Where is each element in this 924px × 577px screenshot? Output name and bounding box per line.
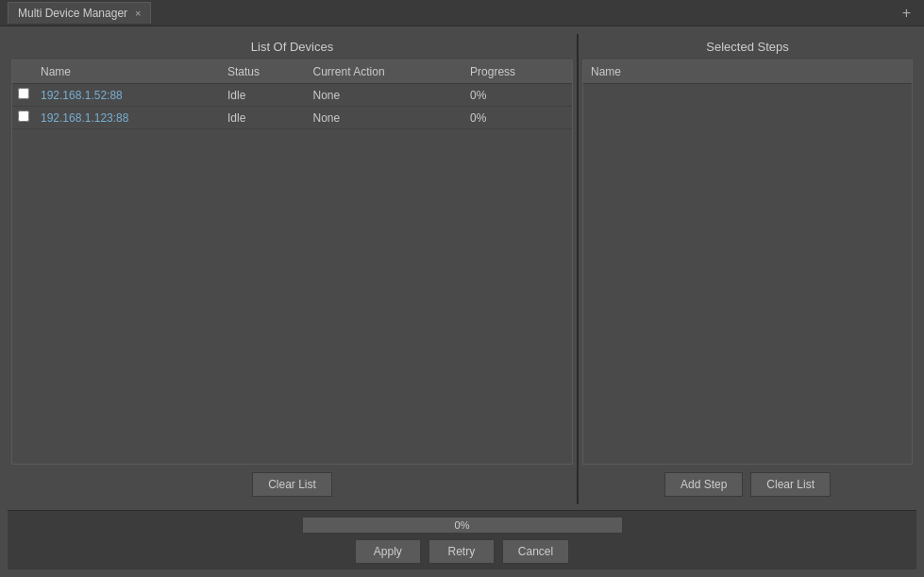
col-name: Name (33, 60, 220, 84)
devices-table-header: Name Status Current Action Progress (12, 60, 572, 84)
main-tab[interactable]: Multi Device Manager × (8, 2, 151, 24)
device-action: None (306, 107, 463, 129)
device-progress: 0% (462, 107, 572, 129)
steps-table-container[interactable]: Name (582, 59, 913, 465)
progress-row: 0% (15, 517, 909, 534)
bottom-bar: 0% Apply Retry Cancel (8, 510, 916, 569)
col-checkbox (12, 60, 33, 84)
retry-button[interactable]: Retry (428, 539, 495, 564)
tab-title: Multi Device Manager (18, 7, 127, 20)
device-checkbox[interactable] (18, 88, 29, 99)
left-panel-title: List Of Devices (8, 34, 577, 59)
device-name: 192.168.1.123:88 (33, 107, 220, 129)
close-tab-icon[interactable]: × (135, 8, 141, 19)
right-panel: Selected Steps Name Add Step Clea (579, 34, 916, 504)
device-status: Idle (220, 84, 306, 107)
clear-list-button-left[interactable]: Clear List (252, 472, 332, 497)
device-checkbox[interactable] (18, 110, 29, 122)
left-panel: List Of Devices Name Status Current Acti… (8, 34, 579, 504)
right-panel-bottom: Add Step Clear List (579, 465, 916, 504)
devices-table-container[interactable]: Name Status Current Action Progress 192.… (11, 59, 573, 465)
device-checkbox-cell[interactable] (12, 84, 33, 107)
device-progress: 0% (462, 84, 572, 107)
col-step-name: Name (583, 60, 912, 84)
devices-table: Name Status Current Action Progress 192.… (12, 60, 572, 129)
cancel-button[interactable]: Cancel (502, 539, 569, 564)
main-window: Multi Device Manager × + List Of Devices… (0, 0, 924, 577)
title-bar: Multi Device Manager × + (0, 0, 924, 26)
add-step-button[interactable]: Add Step (664, 472, 743, 497)
progress-bar-container: 0% (302, 517, 623, 534)
clear-list-button-right[interactable]: Clear List (750, 472, 831, 497)
steps-table: Name (583, 60, 912, 84)
panels-row: List Of Devices Name Status Current Acti… (8, 34, 916, 504)
main-content: List Of Devices Name Status Current Acti… (0, 26, 924, 577)
col-progress: Progress (462, 60, 572, 84)
device-name: 192.168.1.52:88 (33, 84, 220, 107)
action-row: Apply Retry Cancel (15, 539, 909, 564)
add-tab-icon[interactable]: + (897, 5, 916, 22)
progress-label: 0% (303, 518, 622, 533)
device-checkbox-cell[interactable] (12, 107, 33, 129)
device-row[interactable]: 192.168.1.52:88 Idle None 0% (12, 84, 572, 107)
col-status: Status (220, 60, 306, 84)
device-status: Idle (220, 107, 306, 129)
col-current-action: Current Action (306, 60, 463, 84)
steps-table-header: Name (583, 60, 912, 84)
right-panel-title: Selected Steps (579, 34, 916, 59)
left-panel-bottom: Clear List (8, 465, 577, 504)
device-action: None (306, 84, 463, 107)
apply-button[interactable]: Apply (355, 539, 421, 564)
device-row[interactable]: 192.168.1.123:88 Idle None 0% (12, 107, 572, 129)
